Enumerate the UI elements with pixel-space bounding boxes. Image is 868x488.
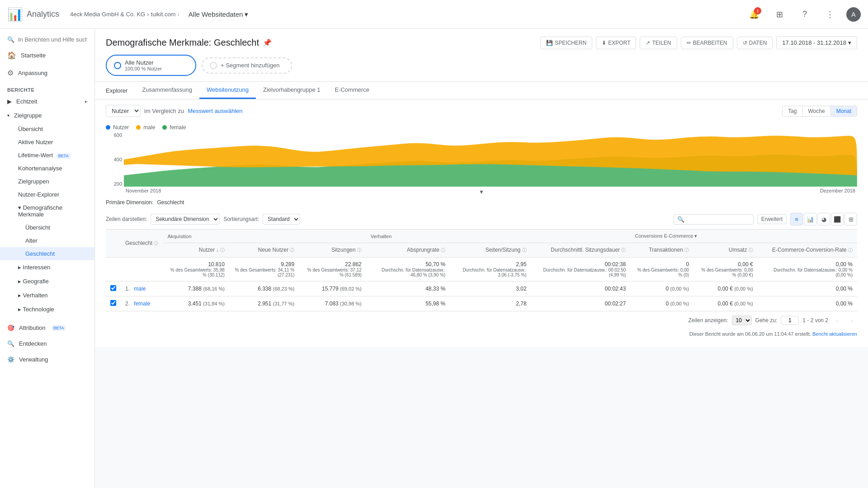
rows-per-page-select[interactable]: 10 25 50 [732,315,752,325]
sidebar-item-entdecken[interactable]: 🔍 Entdecken [0,336,94,352]
messwert-link[interactable]: Messwert auswählen [188,108,242,114]
sidebar-item-ubersicht[interactable]: Übersicht [0,122,94,136]
geschlecht-info-icon[interactable]: ⓘ [154,241,158,246]
legend-dot-female [162,125,167,130]
next-page-button[interactable]: › [846,315,857,326]
th-umsatz[interactable]: Umsatz ⓘ [693,243,758,258]
teilen-button[interactable]: ↗ TEILEN [640,37,677,49]
sidebar-item-geschlecht[interactable]: Geschlecht [0,247,94,260]
male-link[interactable]: male [134,286,146,292]
prev-page-button[interactable]: ‹ [832,315,843,326]
td-male-trans: 0 (0,00 %) [630,282,693,296]
table-search-box[interactable]: 🔍 [673,214,754,225]
female-checkbox[interactable] [110,300,116,306]
conv-rate-info-icon[interactable]: ⓘ [848,248,853,253]
view-table-button[interactable]: ≡ [790,213,803,225]
sidebar-item-interessen[interactable]: ▸ Interessen [0,260,94,274]
th-absprungrate[interactable]: Absprungrate ⓘ [366,243,450,258]
secondary-dimension-select[interactable]: Sekundäre Dimension [151,214,220,225]
monat-button[interactable]: Monat [830,106,857,116]
export-button[interactable]: ⬇ EXPORT [596,37,636,49]
bearbeiten-button[interactable]: ✏ BEARBEITEN [681,37,733,49]
sidebar-item-attribution[interactable]: 🎯 Attribution BETA [0,320,94,336]
view-pie-button[interactable]: ◕ [817,213,830,225]
th-seiten-sitzung[interactable]: Seiten/Sitzung ⓘ [450,243,531,258]
apps-button[interactable]: ⊞ [770,5,788,23]
trans-info-icon[interactable]: ⓘ [684,248,689,253]
sidebar-item-dem-ubersicht[interactable]: Übersicht [0,221,94,234]
data-table: Geschlecht ⓘ Akquisition Verhalten Conve… [106,229,857,311]
td-female-check[interactable] [106,296,121,311]
th-neue-nutzer[interactable]: Neue Nutzer ⓘ [229,243,299,258]
tab-zielvorhabengruppe[interactable]: Zielvorhabengruppe 1 [256,82,327,99]
th-conversion-rate[interactable]: E-Commerce-Conversion-Rate ⓘ [758,243,857,258]
view-selector-button[interactable]: Alle Websitedaten ▾ [185,9,252,20]
page-input[interactable] [781,316,799,325]
sidebar-item-demografische[interactable]: ▾ Demografische Merkmale [0,201,94,221]
view-chart-button[interactable]: 📊 [804,213,816,225]
breadcrumb-company[interactable]: 4eck Media GmbH & Co. KG [70,11,145,18]
date-range-selector[interactable]: 17.10.2018 - 31.12.2018 ▾ [776,36,857,49]
avg-info-icon[interactable]: ⓘ [621,248,626,253]
seiten-info-icon[interactable]: ⓘ [522,248,527,253]
sidebar-item-alter[interactable]: Alter [0,234,94,247]
sidebar-item-aktive-nutzer[interactable]: Aktive Nutzer [0,136,94,149]
td-female-umsatz: 0,00 € (0,00 %) [693,296,758,311]
update-report-link[interactable]: Bericht aktualisieren [812,331,857,337]
nutzer-info-icon[interactable]: ⓘ [220,248,225,253]
woche-button[interactable]: Woche [802,106,830,116]
td-summary-check [106,258,121,282]
sidebar-item-zielgruppe[interactable]: ▾ Zielgruppe [0,108,94,122]
sidebar-item-anpassung[interactable]: ⚙ Anpassung [0,64,94,82]
umsatz-info-icon[interactable]: ⓘ [749,248,753,253]
th-sitzungen[interactable]: Sitzungen ⓘ [299,243,366,258]
view-compare-button[interactable]: ⬛ [831,213,844,225]
metric-dropdown[interactable]: Nutzer [106,105,141,117]
sidebar-item-nutzer-explorer[interactable]: Nutzer-Explorer [0,188,94,201]
all-users-segment[interactable]: Alle Nutzer 100,00 % Nutzer [106,55,196,76]
speichern-button[interactable]: 💾 SPEICHERN [540,37,592,49]
sidebar-item-lifetime-wert[interactable]: Lifetime-Wert BETA [0,149,94,162]
erweitert-button[interactable]: Erweitert [757,214,787,224]
sidebar-item-verwaltung[interactable]: ⚙️ Verwaltung [0,352,94,367]
sitzungen-info-icon[interactable]: ⓘ [357,248,362,253]
sidebar-item-echtzeit[interactable]: ▶ Echtzeit ▸ [0,94,94,108]
neue-nutzer-info-icon[interactable]: ⓘ [290,248,294,253]
sortierung-select[interactable]: Standard [263,214,300,225]
th-nutzer[interactable]: Nutzer ↓ ⓘ [163,243,229,258]
view-pivot-button[interactable]: ⊞ [844,213,857,225]
add-segment-button[interactable]: + Segment hinzufügen [202,57,292,74]
female-link[interactable]: female [134,300,150,307]
sidebar-item-geografie[interactable]: ▸ Geografie [0,274,94,288]
tab-zusammenfassung[interactable]: Zusammenfassung [135,82,199,99]
notifications-button[interactable]: 🔔 1 [745,5,763,23]
sidebar-item-technologie[interactable]: ▸ Technologie [0,302,94,316]
table-section: Primäre Dimension: Geschlecht Zeilen dar… [95,196,868,347]
echtzeit-icon: ▶ [7,98,12,105]
table-search-input[interactable] [686,216,750,222]
tab-ecommerce[interactable]: E-Commerce [327,82,377,99]
attribution-icon: 🎯 [7,324,14,331]
sidebar-item-kohortenanalyse[interactable]: Kohortenanalyse [0,162,94,175]
table-row-female: 2. female 3.451 (31,84 %) 2.951 (31,77 %… [106,296,857,311]
tab-websitenutzung[interactable]: Websitenutzung [199,82,256,99]
male-checkbox[interactable] [110,285,116,291]
absprungrate-info-icon[interactable]: ⓘ [441,248,445,253]
sidebar-item-zielgruppen[interactable]: Zielgruppen [0,175,94,188]
th-geschlecht[interactable]: Geschlecht ⓘ [121,230,163,258]
more-options-button[interactable]: ⋮ [821,5,839,23]
search-input[interactable] [18,36,87,43]
tag-button[interactable]: Tag [783,106,802,116]
th-transaktionen[interactable]: Transaktionen ⓘ [630,243,693,258]
td-male-absprungrate: 48,33 % [366,282,450,296]
sidebar-item-home[interactable]: 🏠 Startseite [0,47,94,64]
th-avg-sitzungsdauer[interactable]: Durchschnittl. Sitzungsdauer ⓘ [531,243,631,258]
daten-button[interactable]: ↺ DATEN [737,37,773,49]
sidebar-item-verhalten[interactable]: ▸ Verhalten [0,288,94,302]
berichte-section-label: BERICHTE [0,82,94,94]
time-period-buttons: Tag Woche Monat [782,106,857,117]
td-male-check[interactable] [106,282,121,296]
help-button[interactable]: ? [796,5,814,23]
breadcrumb-site[interactable]: tuikit.com [151,11,176,18]
user-avatar[interactable]: A [846,7,861,22]
